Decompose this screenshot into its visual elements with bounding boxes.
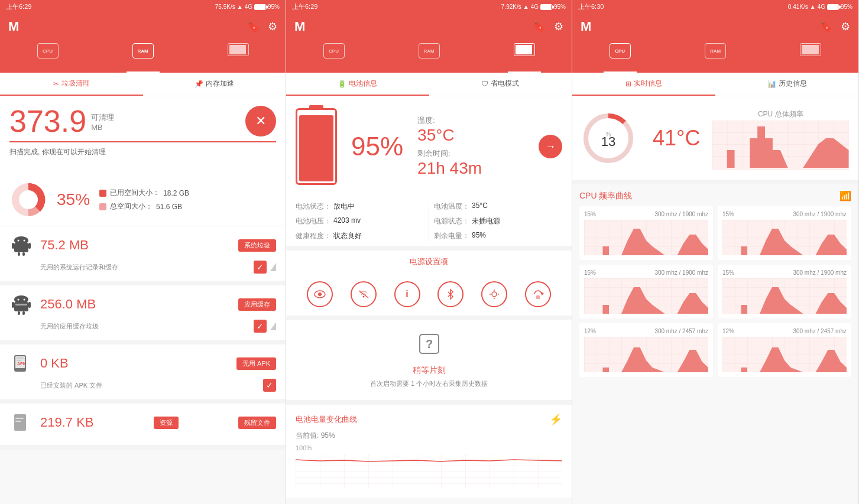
nav-memory-label-1: 内存加速: [206, 79, 234, 89]
power-icon-wifi-off[interactable]: [351, 281, 377, 307]
header-icons-1: 🔖 ⚙: [247, 20, 277, 33]
svg-point-30: [492, 292, 497, 297]
cpu-core-2: 15% 300 mhz / 1900 mhz: [579, 265, 713, 318]
trash-tag-1: 应用缓存: [238, 298, 276, 311]
triangle-0: [270, 263, 276, 271]
stat-row-5: 剩余电量： 95%: [434, 231, 562, 241]
panel-cpu: 上午6:30 0.41K/s ▲ 4G 95% M 🔖 ⚙ CPU RAM: [572, 0, 859, 504]
stat-row-3: 电池温度： 35°C: [434, 201, 562, 212]
power-icon-rotate[interactable]: [525, 281, 551, 307]
panel-battery: 上午6:29 7.92K/s ▲ 4G 95% M 🔖 ⚙ CPU RAM: [286, 0, 572, 504]
cpu-curve-title-row: CPU 频率曲线 📶: [579, 190, 851, 201]
cpu-curve-title: CPU 频率曲线: [579, 191, 632, 201]
clean-btn-icon: ✕: [255, 113, 266, 129]
core-2-chart: [584, 278, 708, 314]
tab-ram-3[interactable]: RAM: [699, 43, 732, 73]
clean-size-label: 可清理 MB: [91, 112, 114, 132]
core-3-info: 15% 300 mhz / 1900 mhz: [722, 269, 847, 276]
settings-icon-1[interactable]: ⚙: [268, 20, 277, 33]
settings-icon-3[interactable]: ⚙: [841, 20, 850, 33]
trash-desc-row-1: 无用的应用缓存垃圾 ✓: [9, 320, 276, 333]
chart-current-label: 当前值:: [296, 431, 319, 440]
trash-check-1[interactable]: ✓: [254, 320, 267, 333]
battery-visual: [296, 108, 337, 185]
status-speed-2: 7.92K/s: [501, 4, 521, 10]
power-settings-link[interactable]: 电源设置项: [286, 251, 572, 273]
power-icon-brightness[interactable]: [481, 281, 507, 307]
power-icon-eye[interactable]: [307, 281, 333, 307]
trash-check-0[interactable]: ✓: [254, 261, 267, 274]
tab-cpu-2[interactable]: CPU: [317, 43, 351, 73]
status-time-2: 上午6:29: [292, 2, 317, 11]
trash-size-1: 256.0 MB: [40, 297, 96, 312]
svg-marker-35: [542, 292, 544, 295]
trash-check-2[interactable]: ✓: [263, 379, 276, 392]
disk-pct: 35%: [57, 190, 90, 209]
disk-pie-chart: [9, 181, 47, 219]
battery-chart-section: 电池电量变化曲线 ⚡ 当前值: 95% 100%: [286, 405, 572, 498]
nav-realtime[interactable]: ⊞ 实时信息: [572, 73, 715, 96]
power-icon-info[interactable]: i: [394, 281, 420, 307]
trash-tag-0: 系统垃圾: [238, 239, 276, 252]
apk-icon-2: APK: [9, 352, 33, 375]
tab-batt-1[interactable]: [222, 43, 255, 73]
battery-icon-3: [827, 4, 839, 10]
nav-battery-info[interactable]: 🔋 电池信息: [286, 73, 429, 96]
core-0-freq: 300 mhz / 1900 mhz: [654, 211, 708, 217]
bookmark-icon-3[interactable]: 🔖: [819, 20, 832, 33]
tab-ram-1[interactable]: RAM: [127, 43, 160, 73]
size-display: 373.9 可清理 MB: [9, 106, 114, 136]
disk-section: 35% 已用空间大小： 18.2 GB 总空间大小： 51.6 GB: [0, 174, 286, 226]
tab-cpu-1[interactable]: CPU: [31, 43, 64, 73]
trash-desc-2: 已经安装的 APK 文件: [40, 381, 102, 390]
stat-val-3: 35°C: [472, 201, 488, 212]
nav-history[interactable]: 📊 历史信息: [715, 73, 858, 96]
settings-icon-2[interactable]: ⚙: [554, 20, 563, 33]
total-label: 总空间大小：: [110, 201, 153, 212]
nav-save-mode[interactable]: 🛡 省电模式: [429, 73, 572, 96]
svg-text:13: 13: [601, 134, 615, 149]
content-3: % 13 41°C CPU 总体频率: [572, 96, 858, 504]
trash-actions-1: ✓: [254, 320, 276, 333]
content-2: 95% 温度: 35°C 剩余时间: 21h 43m → 电池状态： 放电: [286, 96, 572, 504]
app-header-3: M 🔖 ⚙: [572, 14, 858, 40]
core-5-info: 12% 300 mhz / 2457 mhz: [722, 328, 847, 334]
tab-ram-2[interactable]: RAM: [413, 43, 446, 73]
cpu-cores-grid: 15% 300 mhz / 1900 mhz 15%: [579, 206, 851, 377]
core-1-pct: 15%: [722, 211, 734, 217]
stat-row-2: 健康程度： 状态良好: [296, 231, 424, 241]
trash-size-2: 0 KB: [40, 356, 69, 371]
tab-batt-3[interactable]: [794, 43, 827, 73]
nav-bar-1: ✂ 垃圾清理 📌 内存加速: [0, 73, 286, 96]
status-right-3: 0.41K/s ▲ 4G 95%: [788, 4, 852, 10]
nav-bar-2: 🔋 电池信息 🛡 省电模式: [286, 73, 572, 96]
clean-size-row: 373.9 可清理 MB ✕: [9, 106, 276, 136]
wait-icon: ?: [298, 332, 560, 360]
app-header-1: M 🔖 ⚙: [0, 14, 286, 40]
batt-icon-box-3: [800, 43, 821, 56]
trash-desc-row-0: 无用的系统运行记录和缓存 ✓: [9, 261, 276, 274]
arrow-button[interactable]: →: [539, 135, 562, 158]
bookmark-icon-2[interactable]: 🔖: [533, 20, 546, 33]
cpu-core-0: 15% 300 mhz / 1900 mhz: [579, 206, 713, 260]
svg-rect-4: [12, 243, 14, 249]
content-1: 373.9 可清理 MB ✕ 扫描完成, 你现在可以开始清理: [0, 96, 286, 504]
app-logo-3: M: [581, 19, 591, 34]
power-icon-bluetooth[interactable]: [437, 281, 463, 307]
bookmark-icon-1[interactable]: 🔖: [247, 20, 260, 33]
battery-icon-1: [254, 4, 266, 10]
tab-cpu-3[interactable]: CPU: [604, 43, 637, 73]
tab-batt-2[interactable]: [508, 43, 541, 73]
clean-button[interactable]: ✕: [245, 106, 276, 136]
clean-progress: [9, 141, 276, 142]
battery-mini-chart: [296, 454, 562, 489]
core-5-chart: [722, 337, 847, 372]
disk-info: 已用空间大小： 18.2 GB 总空间大小： 51.6 GB: [99, 188, 189, 212]
svg-rect-39: [296, 454, 562, 489]
nav-memory-1[interactable]: 📌 内存加速: [143, 73, 286, 96]
core-1-freq: 300 mhz / 1900 mhz: [793, 211, 847, 217]
history-label: 历史信息: [779, 79, 807, 89]
realtime-label: 实时信息: [634, 79, 662, 89]
remain-label: 剩余时间:: [417, 148, 524, 159]
nav-clean-1[interactable]: ✂ 垃圾清理: [0, 73, 143, 96]
